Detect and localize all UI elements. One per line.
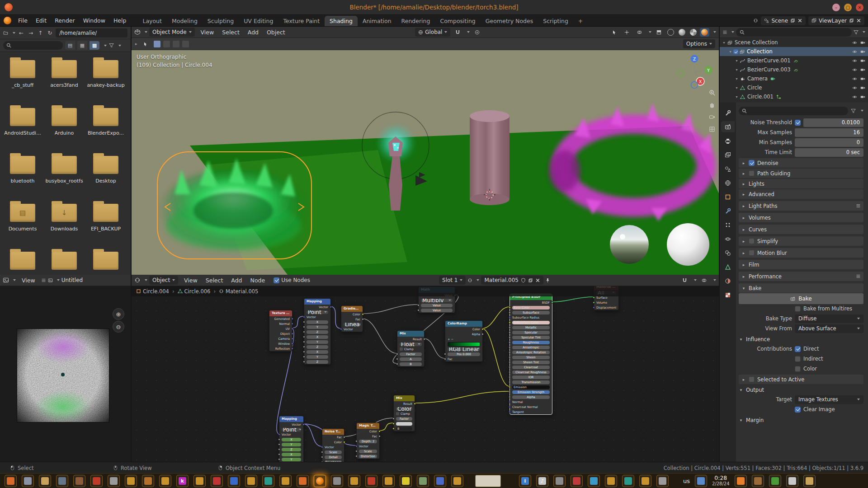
socket-dot[interactable] [481, 333, 484, 335]
node-value-slider[interactable]: Emission Strength [512, 390, 550, 394]
node-socket-row[interactable]: Sheen Tint [510, 360, 552, 365]
section-volumes[interactable]: ▸Volumes [739, 213, 863, 222]
node-socket-row[interactable]: X [279, 437, 303, 442]
indirect-checkbox[interactable] [795, 356, 801, 362]
properties-tab-render[interactable] [721, 121, 735, 132]
color-checkbox[interactable] [795, 366, 801, 372]
node-socket-row[interactable]: Window [269, 341, 292, 346]
socket-dot[interactable] [303, 331, 305, 333]
node-socket-row[interactable]: Transmission [510, 380, 552, 385]
properties-tab-viewlayer[interactable] [721, 149, 735, 160]
socket-dot[interactable] [593, 306, 595, 309]
socket-dot[interactable] [396, 363, 398, 365]
node-value-slider[interactable]: Y [307, 355, 328, 359]
taskbar-mid-icon-1[interactable] [695, 475, 707, 487]
taskbar-app-icon-9[interactable] [142, 475, 154, 487]
socket-dot[interactable] [509, 386, 511, 388]
node-socket-row[interactable]: Factor [394, 416, 415, 421]
taskbar-app-icon-16[interactable] [262, 475, 274, 487]
socket-dot[interactable] [321, 451, 323, 453]
node-value-slider[interactable]: Y [307, 340, 328, 344]
section-performance[interactable]: ▸Performance [739, 272, 863, 281]
node-value-slider[interactable]: Detail [325, 455, 342, 459]
node-socket-row[interactable]: Normal [269, 321, 292, 326]
socket-dot[interactable] [278, 448, 280, 450]
refresh-button[interactable]: ↻ [46, 30, 53, 36]
folder-item[interactable]: bluetooth [2, 153, 43, 201]
node-value-slider[interactable]: Clearcoat [512, 366, 550, 369]
socket-dot[interactable] [303, 326, 305, 328]
node-socket-row[interactable]: Subsurface [510, 310, 552, 315]
node-value-slider[interactable]: Y [307, 325, 328, 329]
taskbar-app-icon-20[interactable] [331, 475, 343, 487]
workspace-tab-compositing[interactable]: Compositing [435, 16, 480, 26]
node-socket-row[interactable]: Vector [279, 432, 303, 437]
node-dropdown[interactable]: Linear [344, 323, 360, 326]
disable-render-camera-icon[interactable] [860, 76, 865, 81]
back-button[interactable]: ← [18, 30, 25, 36]
expand-arrow[interactable]: ▾ [734, 86, 739, 90]
editor-type-shader-icon[interactable] [134, 277, 141, 283]
socket-dot[interactable] [509, 401, 511, 403]
node-socket-row[interactable]: BB [394, 426, 415, 431]
socket-dot[interactable] [321, 456, 323, 458]
node-socket-row[interactable]: X [304, 349, 330, 354]
socket-dot[interactable] [509, 331, 511, 333]
folder-item[interactable]: acers3fand [43, 57, 85, 105]
node-value-slider[interactable]: Pos 0.000 [448, 352, 480, 356]
node-value-slider[interactable]: Clearcoat Roughness [512, 371, 550, 374]
socket-dot[interactable] [509, 326, 511, 328]
node-socket-row[interactable]: Detail [322, 455, 344, 460]
folder-item[interactable]: ▤Documents [2, 201, 43, 249]
image-name[interactable]: Untitled [61, 277, 83, 283]
node-value-slider[interactable]: Sheen [512, 356, 550, 359]
node-value-slider[interactable]: B [400, 362, 422, 366]
editor-type-image-icon[interactable] [3, 277, 9, 283]
node-socket-row[interactable]: Vector [279, 422, 303, 427]
socket-dot[interactable] [291, 328, 293, 330]
node-socket-row[interactable]: Roughness [322, 460, 344, 462]
node-socket-row[interactable]: Float [397, 342, 424, 347]
socket-dot[interactable] [362, 318, 364, 320]
preset-menu-icon[interactable] [856, 274, 861, 279]
disable-render-camera-icon[interactable] [860, 67, 865, 72]
bake-type-dropdown[interactable]: Diffuse [795, 314, 863, 323]
folder-item[interactable]: _cb_stuff [2, 57, 43, 105]
display-thumbnail-button[interactable]: ▩ [90, 41, 99, 50]
node-value-slider[interactable]: Factor [400, 352, 422, 356]
socket-dot[interactable] [509, 321, 511, 324]
bake-from-multires-checkbox[interactable] [795, 306, 801, 312]
node-socket-row[interactable]: Value [419, 308, 455, 313]
image-view-menu[interactable]: View [18, 276, 39, 285]
taskbar-right-icon-5[interactable] [803, 475, 816, 487]
node-socket-row[interactable]: Specular Tint [510, 335, 552, 340]
shader-node-principled-bsdf[interactable]: Principled BSDFBSDFBase ColorBase ColorS… [509, 294, 552, 415]
taskbar-right-icon-4[interactable] [786, 475, 798, 487]
socket-dot[interactable] [378, 435, 381, 437]
new-scene-icon[interactable] [790, 18, 795, 23]
socket-dot[interactable] [303, 316, 305, 318]
node-socket-row[interactable]: Color [357, 429, 379, 434]
socket-dot[interactable] [509, 351, 511, 353]
node-socket-row[interactable]: Specular [510, 330, 552, 335]
forward-button[interactable]: → [27, 30, 34, 36]
node-overlays-icon[interactable] [702, 278, 707, 283]
color-ramp-bar[interactable] [448, 342, 480, 347]
disable-render-camera-icon[interactable] [860, 58, 865, 63]
socket-dot[interactable] [303, 351, 305, 353]
section-lights[interactable]: ▸Lights [739, 179, 863, 188]
node-socket-row[interactable]: Vector [304, 305, 330, 310]
property-value[interactable]: 16 [795, 128, 863, 137]
node-socket-row[interactable]: Y [304, 339, 330, 344]
node-socket-row[interactable]: Clamp [397, 347, 424, 352]
taskbar-app-icon-27[interactable] [451, 475, 463, 487]
node-socket-row[interactable]: Result [394, 401, 415, 406]
scene-browse-icon[interactable] [753, 18, 758, 23]
expand-arrow[interactable]: ▾ [734, 77, 739, 81]
disable-render-camera-icon[interactable] [860, 85, 865, 90]
socket-dot[interactable] [340, 328, 342, 330]
socket-dot[interactable] [509, 376, 511, 378]
image-browse-icon[interactable] [48, 278, 53, 283]
folder-item[interactable]: BlenderExpo... [85, 105, 127, 153]
taskbar-tray-icon-4[interactable] [571, 475, 583, 487]
